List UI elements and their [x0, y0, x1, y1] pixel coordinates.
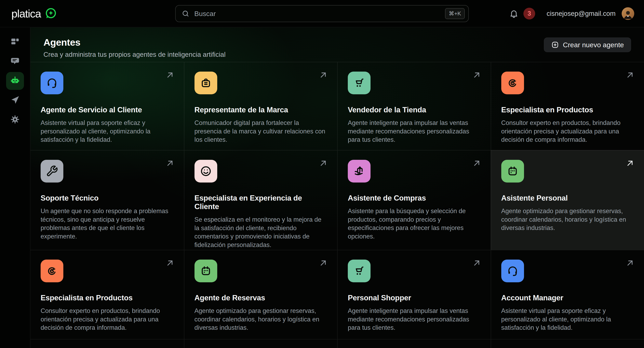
search-input[interactable]: [194, 10, 440, 18]
open-agent-arrow-icon[interactable]: [165, 258, 174, 268]
headset-icon: [501, 260, 524, 282]
agent-title: Soporte Técnico: [40, 194, 174, 202]
cart-icon: [348, 72, 370, 94]
agent-title: Asistente de Compras: [348, 194, 480, 202]
agent-card[interactable]: Vendedor de la Tienda Agente inteligente…: [337, 62, 491, 150]
agent-description: Agente optimizado para gestionar reserva…: [501, 207, 634, 232]
agent-title: Agente de Reservas: [194, 294, 327, 302]
search-shortcut-badge: ⌘+K: [445, 8, 465, 19]
open-agent-arrow-icon[interactable]: [472, 70, 482, 80]
agent-card[interactable]: Representante de la Marca Comunicador di…: [184, 62, 338, 150]
agent-title: Representante de la Marca: [194, 106, 327, 114]
agent-card-placeholder: [337, 339, 491, 348]
agent-description: Se especializa en el monitoreo y la mejo…: [194, 215, 327, 249]
target-icon: [40, 260, 63, 282]
smile-icon: [194, 160, 217, 182]
agent-description: Consultor experto en productos, brindand…: [40, 307, 174, 332]
open-agent-arrow-icon[interactable]: [625, 70, 635, 80]
agent-description: Asistente para la búsqueda y selección d…: [348, 207, 480, 240]
target-icon: [501, 72, 524, 94]
agent-card[interactable]: Asistente de Compras Asistente para la b…: [337, 150, 491, 250]
calendar-icon: [501, 160, 524, 182]
agent-card[interactable]: Especialista en Productos Consultor expe…: [491, 62, 644, 150]
brand-name: platica: [11, 7, 41, 20]
agent-card-placeholder: [184, 339, 338, 348]
open-agent-arrow-icon[interactable]: [472, 159, 482, 168]
search-bar[interactable]: ⌘+K: [175, 5, 469, 22]
agent-description: Un agente que no solo responde a problem…: [40, 207, 174, 240]
chat-sparkle-icon: [44, 7, 57, 20]
agents-grid: Agente de Servicio al Cliente Asistente …: [30, 62, 644, 348]
page-subtitle: Crea y administra tus propios agentes de…: [44, 51, 631, 58]
search-icon: [182, 10, 190, 17]
agent-title: Asistente Personal: [501, 194, 634, 202]
agent-card[interactable]: Especialista en Experiencia de Cliente S…: [184, 150, 338, 250]
sidebar-item-conversations[interactable]: [6, 52, 24, 70]
agent-title: Especialista en Productos: [40, 294, 174, 302]
plus-square-icon: [551, 41, 559, 49]
open-agent-arrow-icon[interactable]: [165, 159, 174, 168]
open-agent-arrow-icon[interactable]: [318, 159, 328, 168]
agent-card[interactable]: Especialista en Productos Consultor expe…: [30, 250, 184, 339]
sidebar-item-agents[interactable]: [6, 72, 24, 90]
agent-card-placeholder: [491, 339, 644, 348]
agent-card[interactable]: Agente de Reservas Agente optimizado par…: [184, 250, 338, 339]
calendar-icon: [194, 260, 217, 282]
dashboard-icon: [10, 37, 20, 47]
robot-icon: [10, 76, 20, 86]
avatar[interactable]: [622, 7, 634, 20]
agent-title: Vendedor de la Tienda: [348, 106, 480, 114]
sidebar-item-send[interactable]: [6, 91, 24, 109]
brand-logo: platica: [11, 7, 57, 20]
agent-card[interactable]: Personal Shopper Agente inteligente para…: [337, 250, 491, 339]
agent-card[interactable]: Soporte Técnico Un agente que no solo re…: [30, 150, 184, 250]
open-agent-arrow-icon[interactable]: [318, 70, 328, 80]
open-agent-arrow-icon[interactable]: [625, 159, 635, 168]
open-agent-arrow-icon[interactable]: [165, 70, 174, 80]
headset-icon: [40, 72, 63, 94]
agent-title: Especialista en Productos: [501, 106, 634, 114]
notifications-bell-icon[interactable]: [509, 9, 518, 18]
main-content: Agentes Crea y administra tus propios ag…: [30, 27, 644, 348]
sidebar-item-dashboard[interactable]: [6, 33, 24, 51]
cart-icon: [348, 260, 370, 282]
user-email: cisnejosep@gmail.com: [546, 10, 616, 17]
send-icon: [10, 95, 20, 106]
agent-description: Agente optimizado para gestionar reserva…: [194, 307, 327, 332]
open-agent-arrow-icon[interactable]: [318, 258, 328, 268]
sidebar-item-settings[interactable]: [6, 111, 24, 129]
chat-icon: [10, 56, 20, 67]
agent-card[interactable]: Account Manager Asistente virtual para s…: [491, 250, 644, 339]
agent-description: Agente inteligente para impulsar las ven…: [348, 119, 480, 144]
open-agent-arrow-icon[interactable]: [472, 258, 482, 268]
page-header: Agentes Crea y administra tus propios ag…: [30, 27, 644, 62]
gear-icon: [10, 115, 20, 125]
sidebar: [0, 27, 30, 348]
open-agent-arrow-icon[interactable]: [625, 258, 635, 268]
agent-title: Account Manager: [501, 294, 634, 302]
notification-count-badge[interactable]: 3: [524, 8, 535, 19]
agent-title: Agente de Servicio al Cliente: [40, 106, 174, 114]
agent-card[interactable]: Asistente Personal Agente optimizado par…: [491, 150, 644, 250]
create-agent-button[interactable]: Crear nuevo agente: [544, 37, 631, 52]
agent-description: Agente inteligente para impulsar las ven…: [348, 307, 480, 332]
briefcase-icon: [194, 72, 217, 94]
gift-hand-icon: [348, 160, 370, 182]
agent-card-placeholder: [30, 339, 184, 348]
agent-description: Comunicador digital para fortalecer la p…: [194, 119, 327, 144]
agent-title: Personal Shopper: [348, 294, 480, 302]
topbar: platica ⌘+K 3 cisnejosep@gmail.com: [0, 0, 644, 27]
agent-description: Consultor experto en productos, brindand…: [501, 119, 634, 144]
wrench-icon: [40, 160, 63, 182]
agent-card[interactable]: Agente de Servicio al Cliente Asistente …: [30, 62, 184, 150]
agent-description: Asistente virtual para soporte eficaz y …: [501, 307, 634, 332]
agent-title: Especialista en Experiencia de Cliente: [194, 194, 327, 211]
agent-description: Asistente virtual para soporte eficaz y …: [40, 119, 174, 144]
page-title: Agentes: [44, 37, 631, 48]
